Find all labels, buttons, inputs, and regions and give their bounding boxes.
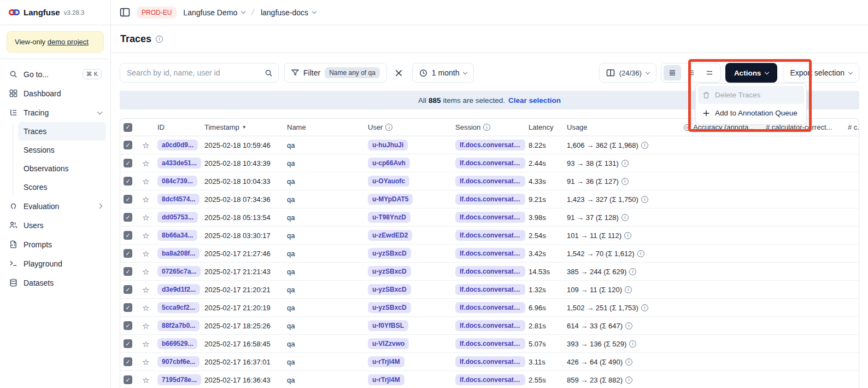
info-icon[interactable]: i [641,196,648,203]
trace-id-badge[interactable]: 8dcf4574... [157,194,200,205]
trace-id-badge[interactable]: 907cbf6e... [157,356,200,367]
session-badge[interactable]: lf.docs.conversation... [455,338,525,349]
user-badge[interactable]: u-rTrjl4M [368,374,404,385]
row-checkbox[interactable]: ✓ [124,159,132,167]
table-row[interactable]: ✓☆5cca9cf2...2025-02-17 21:20:19qau-yzSB… [120,299,859,317]
star-icon[interactable]: ☆ [142,340,149,348]
star-icon[interactable]: ☆ [142,195,149,204]
session-badge[interactable]: lf.docs.conversation... [455,212,525,223]
clear-filter-icon[interactable] [391,65,407,80]
clear-selection-link[interactable]: Clear selection [508,96,561,105]
columns-button[interactable]: (24/36) [599,63,656,83]
table-row[interactable]: ✓☆88f2a7b0...2025-02-17 18:25:26qau-f0Yf… [120,317,859,335]
session-badge[interactable]: lf.docs.conversation... [455,320,525,331]
row-checkbox[interactable]: ✓ [124,375,132,384]
user-badge[interactable]: u-huJhuJi [368,140,408,150]
row-checkbox[interactable]: ✓ [124,141,132,149]
trace-id-badge[interactable]: 7195d78e... [157,374,201,385]
session-badge[interactable]: lf.docs.conversation... [455,194,525,205]
info-icon[interactable]: i [156,36,163,43]
star-icon[interactable]: ☆ [142,268,149,276]
user-badge[interactable]: u-cp66Avh [368,158,410,169]
column-header-user[interactable]: Useri [368,123,455,131]
row-checkbox[interactable]: ✓ [124,321,132,330]
row-checkbox[interactable]: ✓ [124,267,132,276]
sidebar-item-sessions[interactable]: Sessions [18,141,106,159]
session-badge[interactable]: lf.docs.conversation... [455,230,525,241]
org-selector[interactable]: Langfuse Demo [183,8,245,17]
info-icon[interactable]: i [621,214,629,221]
search-icon[interactable] [265,69,273,77]
user-badge[interactable]: u-yzSBxcD [368,266,411,277]
info-icon[interactable]: i [625,286,632,293]
demo-project-link[interactable]: demo project [48,38,89,46]
user-badge[interactable]: u-yzSBxcD [368,284,411,295]
row-height-medium-icon[interactable] [682,65,700,80]
search-input[interactable] [127,68,265,77]
trace-id-badge[interactable]: 5cca9cf2... [157,302,200,313]
trace-id-badge[interactable]: d3e9d1f2... [157,284,200,295]
column-header-name[interactable]: Name [287,123,368,131]
table-row[interactable]: ✓☆07265c7a...2025-02-17 21:21:43qau-yzSB… [120,263,859,281]
info-icon[interactable]: i [624,232,631,239]
project-selector[interactable]: langfuse-docs [261,8,316,17]
info-icon[interactable]: i [625,377,632,384]
row-checkbox[interactable]: ✓ [124,339,132,348]
star-icon[interactable]: ☆ [142,358,149,366]
table-row[interactable]: ✓☆8dcf4574...2025-02-18 07:34:36qau-MYpD… [120,190,859,209]
trace-id-badge[interactable]: b669529... [157,338,197,349]
sidebar-item-prompts[interactable]: Prompts [4,235,106,254]
menu-item-add-to-annotation-queue[interactable]: Add to Annotation Queue [698,104,804,122]
trace-id-badge[interactable]: 07265c7a... [157,266,201,277]
table-row[interactable]: ✓☆907cbf6e...2025-02-17 16:37:01qau-rTrj… [120,353,859,371]
row-height-small-icon[interactable] [664,65,681,80]
session-badge[interactable]: lf.docs.conversation... [455,374,525,385]
sidebar-item-datasets[interactable]: Datasets [4,273,106,292]
star-icon[interactable]: ☆ [142,376,149,384]
star-icon[interactable]: ☆ [142,231,149,240]
trace-id-badge[interactable]: ba8a208f... [157,248,200,259]
sidebar-item-tracing[interactable]: Tracing [4,103,106,122]
table-row[interactable]: ✓☆8b66a34...2025-02-18 03:30:17qau-zEwdE… [120,227,859,245]
star-icon[interactable]: ☆ [142,304,149,312]
info-icon[interactable]: i [637,250,644,257]
row-checkbox[interactable]: ✓ [124,285,132,294]
filter-button[interactable]: Filter Name any of qa [284,63,387,83]
star-icon[interactable]: ☆ [142,159,149,167]
info-icon[interactable]: i [621,178,629,185]
row-checkbox[interactable]: ✓ [124,303,132,312]
select-all-checkbox[interactable]: ✓ [124,123,132,132]
column-header-latency[interactable]: Latency [529,123,567,131]
sidebar-item-goto[interactable]: Go to... ⌘ K [4,65,106,84]
user-badge[interactable]: u-yzSBxcD [368,248,411,259]
session-badge[interactable]: lf.docs.conversation... [455,140,525,150]
table-row[interactable]: ✓☆7195d78e...2025-02-17 16:36:43qau-rTrj… [120,371,859,388]
time-range-button[interactable]: 1 month [412,63,474,83]
sidebar-item-observations[interactable]: Observations [18,159,106,178]
user-badge[interactable]: u-zEwdED2 [368,230,412,241]
user-badge[interactable]: u-VIZzvwo [368,338,409,349]
row-height-large-icon[interactable] [701,65,718,80]
user-badge[interactable]: u-rTrjl4M [368,356,404,367]
session-badge[interactable]: lf.docs.conversation... [455,302,525,313]
session-badge[interactable]: lf.docs.conversation... [455,176,525,187]
table-row[interactable]: ✓☆a433de51...2025-02-18 10:43:39qau-cp66… [120,154,859,172]
info-icon[interactable]: i [621,160,629,167]
table-row[interactable]: ✓☆d3e9d1f2...2025-02-17 21:20:21qau-yzSB… [120,281,859,299]
session-badge[interactable]: lf.docs.conversation... [455,266,525,277]
sidebar-item-evaluation[interactable]: Evaluation [4,196,106,216]
user-badge[interactable]: u-T98YnzD [368,212,410,223]
session-badge[interactable]: lf.docs.conversation... [455,158,525,169]
column-header-session[interactable]: Sessioni [455,123,529,131]
row-checkbox[interactable]: ✓ [124,249,132,258]
star-icon[interactable]: ☆ [142,213,149,222]
export-selection-button[interactable]: Export selection [783,63,859,83]
trace-id-badge[interactable]: a0cd0d9... [157,140,198,150]
table-row[interactable]: ✓☆084c739...2025-02-18 10:04:33qau-OYauo… [120,172,859,190]
column-header-id[interactable]: ID [157,123,204,131]
row-checkbox[interactable]: ✓ [124,231,132,240]
table-row[interactable]: ✓☆ba8a208f...2025-02-17 21:27:46qau-yzSB… [120,245,859,263]
info-icon[interactable]: i [629,268,636,275]
column-header-timestamp[interactable]: Timestamp▼ [204,123,287,131]
user-badge[interactable]: u-f0YfBSL [368,320,408,331]
